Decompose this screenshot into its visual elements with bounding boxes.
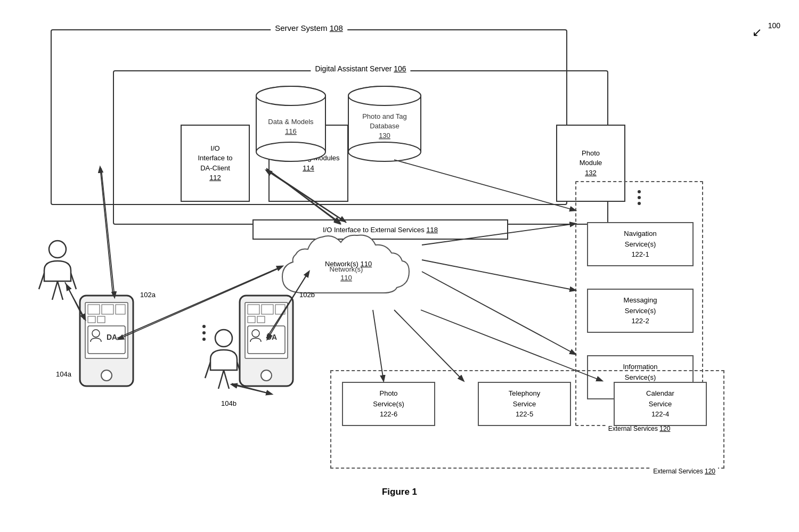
data-models-cylinder: Data & Models 116 — [251, 84, 330, 168]
io-da-client-label: I/OInterface toDA-Client112 — [198, 144, 232, 183]
calendar-service-label: CalendarService122-4 — [646, 389, 674, 418]
svg-text:DA: DA — [107, 333, 117, 341]
photo-module-label: PhotoModule132 — [580, 149, 602, 178]
svg-line-62 — [422, 260, 575, 290]
photo-service-label: PhotoService(s)122-6 — [373, 389, 404, 418]
label-104a: 104a — [56, 370, 71, 378]
svg-rect-44 — [275, 305, 285, 314]
top-dots — [638, 190, 641, 205]
svg-point-5 — [256, 86, 325, 105]
photo-service-box: PhotoService(s)122-6 — [342, 382, 435, 426]
svg-text:Data & Models: Data & Models — [268, 118, 314, 126]
label-102b: 102b — [299, 291, 315, 299]
svg-point-19 — [49, 241, 66, 258]
svg-rect-43 — [262, 305, 273, 314]
dot3 — [638, 202, 641, 205]
bottom-external-services-label: External Services 120 — [650, 468, 718, 475]
navigation-service-box: NavigationService(s)122-1 — [587, 222, 694, 266]
svg-point-34 — [101, 370, 112, 381]
svg-line-22 — [52, 281, 58, 300]
svg-line-21 — [71, 273, 76, 289]
person-1-icon — [36, 239, 79, 302]
svg-rect-28 — [116, 305, 125, 314]
messaging-service-label: MessagingService(s)122-2 — [624, 296, 657, 325]
calendar-service-box: CalendarService122-4 — [614, 382, 707, 426]
svg-point-12 — [348, 142, 421, 161]
phone-102b: DA — [237, 293, 296, 391]
svg-rect-27 — [102, 305, 113, 314]
arrow-100: ↙ — [752, 26, 762, 39]
svg-text:116: 116 — [285, 127, 297, 135]
svg-point-13 — [348, 86, 421, 105]
svg-line-63 — [422, 272, 575, 354]
server-system-label: Server System 108 — [271, 23, 347, 32]
svg-text:DA: DA — [266, 333, 277, 341]
label-104b: 104b — [221, 399, 237, 407]
io-da-client-box: I/OInterface toDA-Client112 — [181, 125, 250, 202]
phone-102a: DA — [77, 293, 136, 391]
da-server-label: Digital Assistant Server 106 — [311, 64, 410, 73]
svg-text:110: 110 — [340, 274, 352, 282]
telephony-service-label: TelephonyService122-5 — [509, 389, 540, 418]
dot2 — [638, 196, 641, 199]
diagram-container: 100 ↙ Server System 108 Digital Assistan… — [0, 0, 799, 532]
svg-point-35 — [215, 330, 232, 347]
dot1 — [638, 190, 641, 193]
label-102a: 102a — [140, 291, 156, 299]
telephony-service-box: TelephonyService122-5 — [478, 382, 571, 426]
svg-line-39 — [224, 370, 229, 389]
svg-line-36 — [205, 362, 210, 378]
svg-point-4 — [256, 142, 325, 161]
ref-100-label: 100 — [768, 21, 780, 30]
svg-line-20 — [39, 273, 44, 289]
svg-line-38 — [218, 370, 224, 389]
figure-label: Figure 1 — [382, 487, 417, 497]
svg-text:130: 130 — [379, 132, 390, 140]
svg-rect-26 — [88, 305, 100, 314]
svg-point-50 — [261, 370, 272, 381]
network-label: Network(s) 110 — [325, 260, 372, 268]
messaging-service-box: MessagingService(s)122-2 — [587, 289, 694, 333]
svg-text:Photo and Tag: Photo and Tag — [362, 112, 407, 120]
svg-rect-30 — [97, 316, 105, 323]
svg-line-23 — [58, 281, 63, 300]
photo-tag-db-cylinder: Photo and Tag Database 130 — [344, 84, 426, 168]
svg-rect-45 — [248, 316, 255, 323]
bottom-external-services-box: External Services 120 PhotoService(s)122… — [330, 370, 724, 469]
svg-rect-42 — [248, 305, 259, 314]
svg-rect-29 — [88, 316, 95, 323]
svg-rect-46 — [257, 316, 265, 323]
navigation-service-label: NavigationService(s)122-1 — [624, 230, 656, 258]
svg-text:Database: Database — [370, 122, 399, 130]
